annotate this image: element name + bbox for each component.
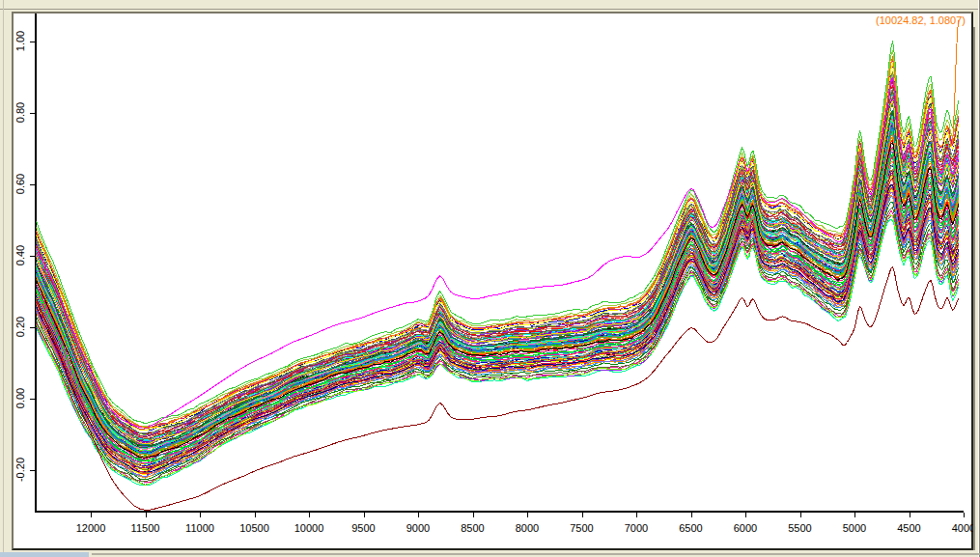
x-tick-label: 11000 [173, 522, 227, 535]
spectrum-curve[interactable] [37, 140, 965, 457]
spectrum-curve[interactable] [37, 97, 965, 441]
y-tick-mark [30, 256, 36, 257]
spectrum-curve[interactable] [37, 172, 965, 468]
y-tick-mark [30, 42, 36, 42]
spectrum-curve[interactable] [37, 171, 965, 468]
x-tick-mark [146, 513, 147, 517]
spectrum-curve[interactable] [37, 117, 965, 449]
x-tick-mark [91, 513, 92, 517]
x-tick-mark [691, 513, 692, 517]
window-bottom-divider [92, 553, 980, 555]
x-tick-label: 10000 [282, 522, 336, 535]
x-tick-mark [200, 513, 201, 517]
x-tick-mark [745, 513, 746, 517]
x-tick-mark [910, 513, 910, 517]
spectrum-curve[interactable] [37, 76, 965, 434]
y-tick-label: 0.00 [14, 381, 27, 416]
x-tick-label: 5500 [773, 522, 827, 535]
y-tick-label: 0.40 [14, 238, 27, 273]
spectrum-curve[interactable] [37, 149, 965, 460]
window-left-divider [3, 0, 4, 557]
x-tick-mark [964, 513, 965, 517]
y-tick-label: 0.60 [14, 167, 27, 202]
x-tick-label: 6500 [664, 522, 718, 535]
x-tick-label: 5000 [827, 522, 882, 535]
window-bottom-chip [0, 552, 89, 557]
y-tick-mark [30, 113, 36, 114]
x-tick-label: 6000 [718, 522, 772, 535]
y-tick-label: 0.20 [14, 310, 27, 345]
spectra-chart[interactable] [14, 14, 971, 548]
spectra-curves [37, 20, 965, 510]
x-tick-mark [309, 513, 310, 517]
x-tick-label: 7000 [609, 522, 663, 535]
x-tick-label: 8500 [446, 522, 500, 535]
application-window: (10024.82, 1.0807) 120001150011000105001… [0, 0, 980, 557]
x-tick-mark [636, 513, 637, 517]
x-tick-label: 8000 [500, 522, 554, 535]
spectrum-curve[interactable] [37, 129, 965, 454]
y-tick-mark [30, 327, 36, 328]
x-axis-line [35, 511, 964, 513]
x-tick-label: 4500 [882, 522, 937, 535]
x-tick-label: 7500 [555, 522, 609, 535]
y-tick-mark [30, 470, 36, 471]
x-tick-label: 9500 [337, 522, 391, 535]
x-tick-mark [582, 513, 583, 517]
x-tick-mark [527, 513, 528, 517]
y-tick-mark [30, 184, 36, 185]
x-tick-mark [800, 513, 801, 517]
y-tick-label: 1.00 [14, 24, 27, 59]
spectra-plot-panel[interactable]: (10024.82, 1.0807) 120001150011000105001… [12, 12, 973, 550]
window-right-border [973, 27, 975, 550]
spectrum-curve[interactable] [37, 141, 965, 458]
y-tick-label: -0.20 [14, 453, 27, 487]
window-top-divider [0, 9, 980, 10]
y-tick-mark [30, 399, 36, 400]
x-tick-mark [418, 513, 419, 517]
spectrum-curve[interactable] [37, 164, 965, 467]
x-tick-mark [255, 513, 256, 517]
x-tick-mark [473, 513, 474, 517]
x-tick-label: 9000 [391, 522, 445, 535]
spectrum-curve[interactable] [37, 130, 965, 455]
cursor-coordinates-readout: (10024.82, 1.0807) [876, 14, 966, 27]
x-tick-mark [364, 513, 365, 517]
y-tick-label: 0.80 [14, 96, 27, 130]
x-tick-label: 12000 [64, 522, 118, 535]
spectrum-curve[interactable] [37, 117, 965, 449]
x-tick-label: 11500 [119, 522, 173, 535]
spectrum-curve[interactable] [37, 161, 965, 464]
x-tick-label: 10500 [228, 522, 282, 535]
x-tick-mark [854, 513, 855, 517]
spectrum-curve[interactable] [37, 139, 965, 458]
